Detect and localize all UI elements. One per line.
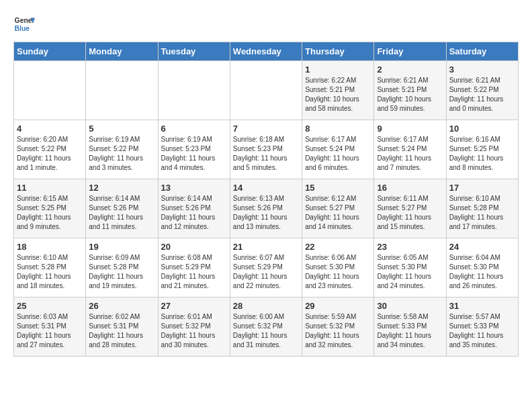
calendar-cell: 12Sunrise: 6:14 AM Sunset: 5:26 PM Dayli… [86, 179, 158, 238]
calendar-cell: 31Sunrise: 5:57 AM Sunset: 5:33 PM Dayli… [446, 298, 518, 357]
day-number: 17 [449, 183, 515, 193]
page-header: General Blue [13, 13, 519, 35]
day-number: 31 [449, 301, 515, 311]
day-number: 23 [377, 242, 443, 252]
svg-text:Blue: Blue [15, 25, 30, 32]
day-info: Sunrise: 6:05 AM Sunset: 5:30 PM Dayligh… [377, 253, 443, 291]
header-friday: Friday [374, 42, 446, 61]
header-tuesday: Tuesday [158, 42, 230, 61]
day-number: 5 [89, 124, 154, 134]
logo-icon: General Blue [13, 13, 35, 35]
calendar-cell: 19Sunrise: 6:09 AM Sunset: 5:28 PM Dayli… [86, 238, 158, 298]
calendar-cell: 29Sunrise: 5:59 AM Sunset: 5:32 PM Dayli… [302, 298, 374, 357]
day-number: 19 [89, 242, 154, 252]
calendar-cell: 17Sunrise: 6:10 AM Sunset: 5:28 PM Dayli… [446, 179, 518, 238]
day-info: Sunrise: 6:16 AM Sunset: 5:25 PM Dayligh… [449, 135, 515, 173]
day-info: Sunrise: 6:04 AM Sunset: 5:30 PM Dayligh… [449, 253, 515, 291]
day-number: 14 [233, 183, 299, 193]
day-info: Sunrise: 6:19 AM Sunset: 5:23 PM Dayligh… [161, 135, 227, 173]
day-number: 6 [161, 124, 227, 134]
day-number: 10 [449, 124, 515, 134]
week-row-4: 25Sunrise: 6:03 AM Sunset: 5:31 PM Dayli… [14, 298, 519, 357]
calendar-cell [158, 61, 230, 120]
day-number: 22 [305, 242, 371, 252]
calendar-cell: 3Sunrise: 6:21 AM Sunset: 5:22 PM Daylig… [446, 61, 518, 120]
calendar-cell: 1Sunrise: 6:22 AM Sunset: 5:21 PM Daylig… [302, 61, 374, 120]
day-info: Sunrise: 6:07 AM Sunset: 5:29 PM Dayligh… [233, 253, 299, 291]
day-number: 25 [17, 301, 83, 311]
day-number: 21 [233, 242, 299, 252]
day-number: 18 [17, 242, 83, 252]
week-row-3: 18Sunrise: 6:10 AM Sunset: 5:28 PM Dayli… [14, 238, 519, 298]
day-number: 16 [377, 183, 443, 193]
calendar-cell: 6Sunrise: 6:19 AM Sunset: 5:23 PM Daylig… [158, 120, 230, 179]
calendar-cell: 30Sunrise: 5:58 AM Sunset: 5:33 PM Dayli… [374, 298, 446, 357]
calendar-cell: 18Sunrise: 6:10 AM Sunset: 5:28 PM Dayli… [14, 238, 86, 298]
day-info: Sunrise: 6:19 AM Sunset: 5:22 PM Dayligh… [89, 135, 154, 173]
day-info: Sunrise: 6:21 AM Sunset: 5:21 PM Dayligh… [377, 76, 443, 113]
header-row: SundayMondayTuesdayWednesdayThursdayFrid… [14, 42, 519, 61]
day-info: Sunrise: 5:57 AM Sunset: 5:33 PM Dayligh… [449, 312, 515, 350]
day-info: Sunrise: 6:01 AM Sunset: 5:32 PM Dayligh… [161, 312, 227, 350]
day-number: 29 [305, 301, 371, 311]
day-info: Sunrise: 6:22 AM Sunset: 5:21 PM Dayligh… [305, 76, 371, 113]
calendar-cell: 24Sunrise: 6:04 AM Sunset: 5:30 PM Dayli… [446, 238, 518, 298]
day-info: Sunrise: 6:17 AM Sunset: 5:24 PM Dayligh… [305, 135, 371, 173]
logo: General Blue [13, 13, 38, 35]
calendar-cell: 2Sunrise: 6:21 AM Sunset: 5:21 PM Daylig… [374, 61, 446, 120]
day-number: 20 [161, 242, 227, 252]
day-number: 13 [161, 183, 227, 193]
calendar-cell: 4Sunrise: 6:20 AM Sunset: 5:22 PM Daylig… [14, 120, 86, 179]
day-info: Sunrise: 6:15 AM Sunset: 5:25 PM Dayligh… [17, 194, 83, 232]
week-row-0: 1Sunrise: 6:22 AM Sunset: 5:21 PM Daylig… [14, 61, 519, 120]
day-info: Sunrise: 5:59 AM Sunset: 5:32 PM Dayligh… [305, 312, 371, 350]
calendar-cell: 13Sunrise: 6:14 AM Sunset: 5:26 PM Dayli… [158, 179, 230, 238]
calendar-cell: 28Sunrise: 6:00 AM Sunset: 5:32 PM Dayli… [230, 298, 302, 357]
day-info: Sunrise: 6:09 AM Sunset: 5:28 PM Dayligh… [89, 253, 154, 291]
day-number: 2 [377, 64, 443, 75]
calendar-cell: 22Sunrise: 6:06 AM Sunset: 5:30 PM Dayli… [302, 238, 374, 298]
calendar-table: SundayMondayTuesdayWednesdayThursdayFrid… [13, 42, 519, 357]
day-info: Sunrise: 6:06 AM Sunset: 5:30 PM Dayligh… [305, 253, 371, 291]
day-info: Sunrise: 6:14 AM Sunset: 5:26 PM Dayligh… [89, 194, 154, 232]
calendar-header: SundayMondayTuesdayWednesdayThursdayFrid… [14, 42, 519, 61]
header-saturday: Saturday [446, 42, 518, 61]
day-info: Sunrise: 6:21 AM Sunset: 5:22 PM Dayligh… [449, 76, 515, 113]
day-number: 9 [377, 124, 443, 134]
calendar-cell: 23Sunrise: 6:05 AM Sunset: 5:30 PM Dayli… [374, 238, 446, 298]
day-number: 7 [233, 124, 299, 134]
calendar-cell: 15Sunrise: 6:12 AM Sunset: 5:27 PM Dayli… [302, 179, 374, 238]
day-info: Sunrise: 5:58 AM Sunset: 5:33 PM Dayligh… [377, 312, 443, 350]
day-number: 3 [449, 64, 515, 75]
day-info: Sunrise: 6:03 AM Sunset: 5:31 PM Dayligh… [17, 312, 83, 350]
header-monday: Monday [86, 42, 158, 61]
day-info: Sunrise: 6:18 AM Sunset: 5:23 PM Dayligh… [233, 135, 299, 173]
day-info: Sunrise: 6:17 AM Sunset: 5:24 PM Dayligh… [377, 135, 443, 173]
calendar-cell: 9Sunrise: 6:17 AM Sunset: 5:24 PM Daylig… [374, 120, 446, 179]
day-info: Sunrise: 6:20 AM Sunset: 5:22 PM Dayligh… [17, 135, 83, 173]
day-number: 27 [161, 301, 227, 311]
day-number: 30 [377, 301, 443, 311]
calendar-cell: 20Sunrise: 6:08 AM Sunset: 5:29 PM Dayli… [158, 238, 230, 298]
day-number: 12 [89, 183, 154, 193]
calendar-cell: 21Sunrise: 6:07 AM Sunset: 5:29 PM Dayli… [230, 238, 302, 298]
day-number: 26 [89, 301, 154, 311]
day-info: Sunrise: 6:11 AM Sunset: 5:27 PM Dayligh… [377, 194, 443, 232]
calendar-cell: 8Sunrise: 6:17 AM Sunset: 5:24 PM Daylig… [302, 120, 374, 179]
calendar-cell: 14Sunrise: 6:13 AM Sunset: 5:26 PM Dayli… [230, 179, 302, 238]
day-number: 1 [305, 64, 371, 75]
day-info: Sunrise: 6:10 AM Sunset: 5:28 PM Dayligh… [17, 253, 83, 291]
day-number: 4 [17, 124, 83, 134]
day-info: Sunrise: 6:13 AM Sunset: 5:26 PM Dayligh… [233, 194, 299, 232]
calendar-cell: 10Sunrise: 6:16 AM Sunset: 5:25 PM Dayli… [446, 120, 518, 179]
day-info: Sunrise: 6:02 AM Sunset: 5:31 PM Dayligh… [89, 312, 154, 350]
day-number: 11 [17, 183, 83, 193]
calendar-cell [86, 61, 158, 120]
calendar-body: 1Sunrise: 6:22 AM Sunset: 5:21 PM Daylig… [14, 61, 519, 357]
calendar-cell: 7Sunrise: 6:18 AM Sunset: 5:23 PM Daylig… [230, 120, 302, 179]
calendar-cell: 27Sunrise: 6:01 AM Sunset: 5:32 PM Dayli… [158, 298, 230, 357]
calendar-cell: 25Sunrise: 6:03 AM Sunset: 5:31 PM Dayli… [14, 298, 86, 357]
header-wednesday: Wednesday [230, 42, 302, 61]
calendar-cell: 16Sunrise: 6:11 AM Sunset: 5:27 PM Dayli… [374, 179, 446, 238]
day-info: Sunrise: 6:14 AM Sunset: 5:26 PM Dayligh… [161, 194, 227, 232]
